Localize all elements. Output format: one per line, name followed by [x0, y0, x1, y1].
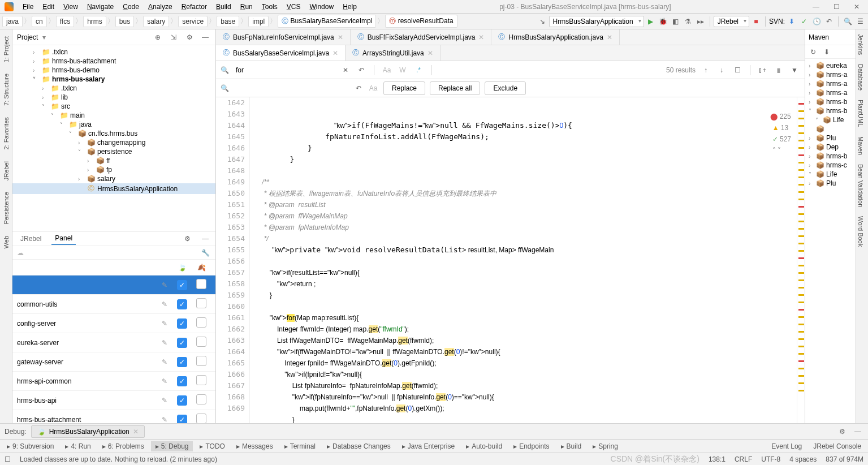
select-opened-icon[interactable]: ⊕ — [152, 32, 163, 43]
maven-item[interactable]: ˅📦Life — [806, 115, 854, 124]
maven-item[interactable]: ›📦hrms-a — [806, 79, 854, 88]
menu-analyze[interactable]: Analyze — [144, 2, 177, 12]
profile-icon[interactable]: ⚗ — [683, 16, 694, 27]
tree-item[interactable]: ›📁hrms-bus-demo — [12, 66, 215, 75]
rail-project[interactable]: 1: Project — [2, 32, 11, 67]
tree-item[interactable]: ›📦ff — [12, 156, 215, 165]
exclude-button[interactable]: Exclude — [485, 81, 526, 95]
tree-item[interactable]: ⒸHrmsBusSalaryApplication — [12, 183, 215, 194]
tree-item[interactable]: ›📦fp — [12, 165, 215, 174]
menu-window[interactable]: Window — [305, 2, 338, 12]
maven-item[interactable]: ›📦hrms-c — [806, 161, 854, 170]
crumb[interactable]: hrms — [83, 16, 106, 27]
maven-item[interactable]: ›📦eureka — [806, 61, 854, 70]
jrebel-row[interactable]: config-server✎✓ — [12, 314, 215, 333]
rail-maven[interactable]: Maven — [856, 132, 865, 160]
menu-navigate[interactable]: Navigate — [83, 2, 118, 12]
wrench-icon[interactable]: 🔧 — [200, 247, 211, 259]
bottom-tool[interactable]: ▸Java Enterprise — [398, 441, 459, 451]
jrebel-row[interactable]: eureka-server✎✓ — [12, 333, 215, 352]
dropdown-icon[interactable]: ▾ — [42, 33, 46, 41]
editor-tab[interactable]: ⒸBusFfFixSalaryAddServiceImpl.java✕ — [351, 29, 492, 45]
menu-build[interactable]: Build — [211, 2, 236, 12]
crumb[interactable]: ⓜ resolveResultData — [385, 15, 457, 28]
rail-structure[interactable]: 7: Structure — [2, 69, 11, 110]
bottom-tool[interactable]: Event Log — [767, 441, 806, 451]
memory[interactable]: 837 of 974M — [826, 455, 863, 463]
gear-icon[interactable]: ⚙ — [836, 426, 848, 437]
maven-item[interactable]: ˅📦Life — [806, 170, 854, 179]
close-icon[interactable]: ✕ — [133, 428, 139, 436]
reload-icon[interactable]: ↻ — [807, 46, 819, 58]
tree-item[interactable]: ›📦changemapping — [12, 138, 215, 147]
rail-web[interactable]: Web — [2, 231, 11, 253]
bottom-tool[interactable]: ▸6: Problems — [98, 441, 149, 451]
search-icon[interactable]: 🔍 — [842, 16, 853, 27]
debug-run-tab[interactable]: 🍃 HrmsBusSalaryApplication ✕ — [31, 425, 145, 438]
crumb[interactable]: Ⓒ BusSalaryBaseServiceImpl — [278, 15, 376, 28]
indent[interactable]: 4 spaces — [789, 455, 817, 463]
gear-icon[interactable]: ⚙ — [184, 32, 195, 43]
crumb[interactable]: java — [2, 16, 23, 27]
breadcrumb[interactable]: java〉cn〉ffcs〉hrms〉bus〉salary〉service〉bas… — [2, 15, 457, 28]
prev-match-icon[interactable]: ↑ — [700, 66, 711, 74]
close-icon[interactable]: ✕ — [850, 3, 863, 11]
filter-icon[interactable]: ▼ — [789, 66, 800, 74]
tree-item[interactable]: ˅📦persistence — [12, 147, 215, 156]
hide-icon[interactable]: — — [852, 426, 863, 437]
maven-item[interactable]: ›📦hrms-b — [806, 97, 854, 106]
maven-item[interactable]: ›📦hrms-a — [806, 88, 854, 97]
crumb[interactable]: service — [178, 16, 208, 27]
project-tree[interactable]: ›📁.txlcn›📁hrms-bus-attachment›📁hrms-bus-… — [12, 45, 215, 231]
jrebel-row[interactable]: gateway-server✎✓ — [12, 352, 215, 372]
line-gutter[interactable]: 1642 1643 1644 1645 1646 1647 1648 1649 … — [216, 97, 250, 423]
bottom-tool[interactable]: ▸Messages — [232, 441, 278, 451]
bottom-tool[interactable]: ▸9: Subversion — [2, 441, 58, 451]
svn-update-icon[interactable]: ⬇ — [786, 16, 797, 27]
line-sep[interactable]: CRLF — [735, 455, 752, 463]
hide-icon[interactable]: — — [200, 233, 211, 244]
tree-item[interactable]: ˅📁main — [12, 111, 215, 120]
replace-all-button[interactable]: Replace all — [430, 81, 480, 95]
jrebel-row[interactable]: ✎✓ — [12, 275, 215, 295]
maven-item[interactable]: 📦 — [806, 124, 854, 134]
rail-database[interactable]: Database — [856, 59, 865, 95]
tree-item[interactable]: ˅📦cn.ffcs.hrms.bus — [12, 129, 215, 138]
run-anything-icon[interactable]: ▸▸ — [695, 16, 706, 27]
run-icon[interactable]: ▶ — [645, 16, 657, 27]
coverage-icon[interactable]: ◧ — [670, 16, 681, 27]
stop-icon[interactable]: ■ — [750, 16, 762, 27]
replace-input[interactable] — [232, 84, 349, 92]
tree-item[interactable]: ˅📁java — [12, 120, 215, 129]
word-icon[interactable]: W — [397, 64, 408, 76]
menu-edit[interactable]: Edit — [38, 2, 59, 12]
maven-item[interactable]: ›📦Plu — [806, 179, 854, 188]
bottom-tool[interactable]: ▸Terminal — [280, 441, 320, 451]
tree-item[interactable]: ›📁hrms-bus-attachment — [12, 57, 215, 66]
gear-icon[interactable]: ⚙ — [182, 233, 193, 244]
maven-item[interactable]: ˅📦hrms-b — [806, 106, 854, 115]
encoding[interactable]: UTF-8 — [761, 455, 780, 463]
rail-wordbook[interactable]: Word Book — [856, 212, 865, 251]
next-match-icon[interactable]: ↓ — [716, 66, 727, 74]
bottom-tool[interactable]: ▸Spring — [588, 441, 623, 451]
crumb[interactable]: cn — [32, 16, 47, 27]
run-config-combo[interactable]: HrmsBusSalaryApplication — [549, 16, 644, 27]
jrebel-row[interactable]: common-utils✎✓ — [12, 295, 215, 314]
crumb[interactable]: ffcs — [56, 16, 74, 27]
rail-beanvalidation[interactable]: Bean Validation — [856, 160, 865, 212]
menu-help[interactable]: Help — [338, 2, 361, 12]
jrebel-row[interactable]: hrms-api-common✎✓ — [12, 372, 215, 391]
jrebel-panel-tab[interactable]: Panel — [51, 232, 76, 245]
rail-jrebel[interactable]: JRebel — [2, 157, 11, 185]
bottom-tool[interactable]: ▸Auto-build — [461, 441, 507, 451]
jrebel-row[interactable]: hrms-bus-attachment✎✓ — [12, 410, 215, 423]
preserve-case-icon[interactable]: Aa — [368, 83, 379, 94]
maven-item[interactable]: ›📦Dep — [806, 143, 854, 152]
crumb[interactable]: bus — [115, 16, 134, 27]
code-editor[interactable]: ⬤ 225 ▲ 13 ✓ 527 ˄ ˅ "kw">if(FfWageMains… — [250, 97, 797, 423]
svn-commit-icon[interactable]: ✓ — [798, 16, 810, 27]
prev-search-icon[interactable]: ↶ — [356, 64, 367, 76]
error-stripe[interactable] — [797, 97, 805, 423]
find-input[interactable] — [234, 64, 335, 76]
